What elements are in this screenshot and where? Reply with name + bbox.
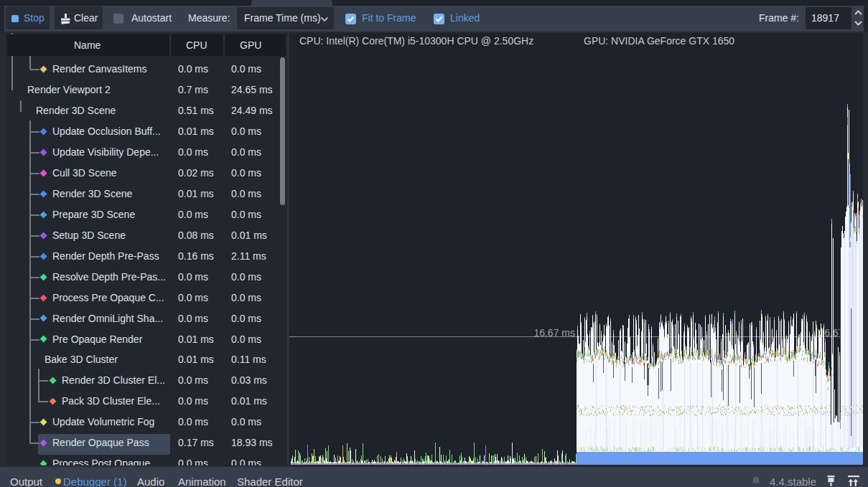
svg-text:16.67 ms: 16.67 ms	[533, 327, 575, 339]
